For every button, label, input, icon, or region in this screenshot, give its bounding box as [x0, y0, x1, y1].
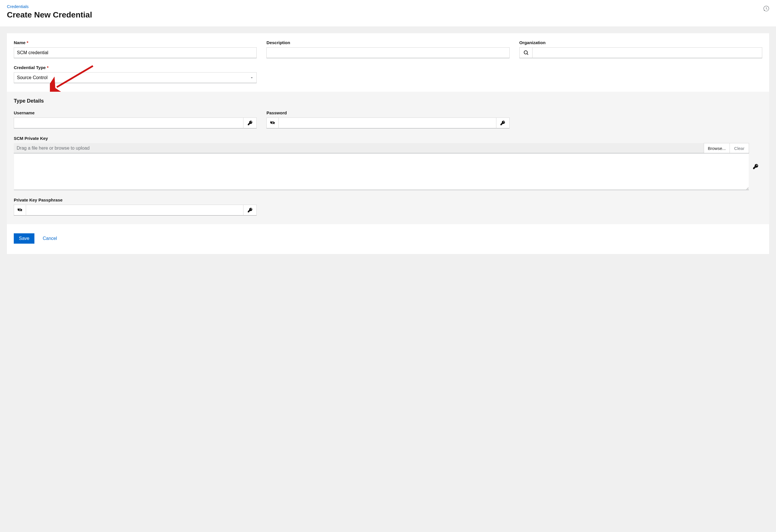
passphrase-key-button[interactable] — [243, 205, 257, 216]
scm-private-key-key-button[interactable] — [749, 143, 762, 190]
save-button[interactable]: Save — [14, 233, 34, 244]
description-label: Description — [266, 40, 509, 45]
eye-slash-icon — [17, 208, 23, 213]
scm-private-key-label: SCM Private Key — [14, 136, 762, 141]
page-title: Create New Credential — [7, 10, 92, 19]
browse-button[interactable]: Browse... — [704, 143, 730, 153]
history-icon[interactable] — [763, 4, 769, 11]
password-input[interactable] — [278, 117, 496, 128]
scm-private-key-textarea[interactable] — [14, 153, 749, 190]
breadcrumb: Credentials — [7, 4, 92, 9]
username-key-button[interactable] — [243, 117, 257, 128]
key-icon — [501, 121, 505, 125]
scm-private-key-dropzone[interactable]: Drag a file here or browse to upload — [14, 143, 704, 153]
key-icon — [753, 164, 758, 169]
name-input[interactable] — [14, 47, 257, 58]
key-icon — [248, 121, 252, 125]
credential-type-label: Credential Type — [14, 65, 257, 70]
clear-button[interactable]: Clear — [730, 143, 749, 153]
organization-label: Organization — [519, 40, 762, 45]
username-input[interactable] — [14, 117, 243, 128]
passphrase-visibility-toggle[interactable] — [14, 205, 26, 216]
eye-slash-icon — [270, 120, 275, 125]
description-input[interactable] — [266, 47, 509, 58]
passphrase-input[interactable] — [26, 205, 243, 216]
credential-type-select[interactable]: Source Control — [14, 72, 257, 83]
type-details-heading: Type Details — [14, 98, 762, 104]
search-icon — [524, 50, 528, 55]
name-label: Name — [14, 40, 257, 45]
password-visibility-toggle[interactable] — [266, 117, 278, 128]
organization-input[interactable] — [533, 47, 762, 58]
password-label: Password — [266, 110, 509, 115]
cancel-button[interactable]: Cancel — [43, 236, 57, 241]
password-key-button[interactable] — [497, 117, 510, 128]
breadcrumb-link-credentials[interactable]: Credentials — [7, 4, 29, 9]
passphrase-label: Private Key Passphrase — [14, 198, 257, 202]
username-label: Username — [14, 110, 257, 115]
organization-lookup-button[interactable] — [519, 47, 533, 58]
key-icon — [248, 208, 252, 212]
